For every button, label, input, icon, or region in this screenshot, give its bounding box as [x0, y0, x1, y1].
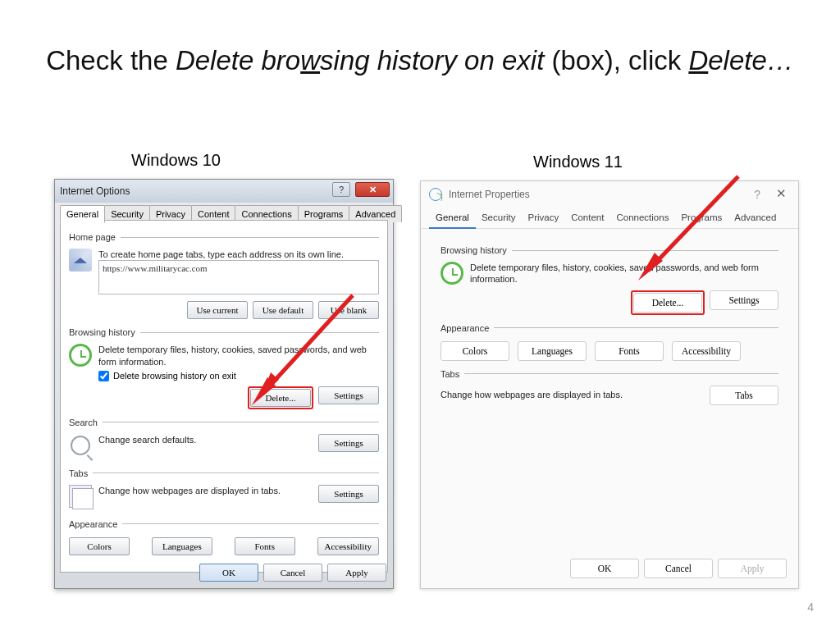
cancel-button[interactable]: Cancel [644, 559, 713, 578]
annotation-highlight-delete: Delete... [631, 290, 705, 315]
languages-button[interactable]: Languages [518, 341, 587, 361]
search-desc: Change search defaults. [98, 434, 312, 445]
help-button[interactable]: ? [332, 182, 350, 197]
tabs-settings-button[interactable]: Settings [318, 485, 379, 503]
fonts-button[interactable]: Fonts [595, 341, 664, 361]
history-icon [441, 262, 463, 285]
page-number: 4 [807, 600, 814, 614]
titlebar[interactable]: Internet Options ? ✕ [55, 180, 393, 203]
slide-title: Check the Delete browsing history on exi… [0, 0, 840, 80]
internet-options-window-win10: Internet Options ? ✕ General Security Pr… [54, 179, 394, 589]
search-icon [69, 434, 92, 457]
use-default-button[interactable]: Use default [253, 301, 313, 319]
tab-security[interactable]: Security [475, 208, 523, 228]
history-settings-button[interactable]: Settings [710, 290, 778, 310]
tabs-button[interactable]: Tabs [710, 386, 778, 405]
cancel-button[interactable]: Cancel [263, 564, 322, 582]
fonts-button[interactable]: Fonts [235, 537, 295, 555]
tab-advanced[interactable]: Advanced [728, 208, 783, 228]
group-tabs: Tabs [441, 369, 464, 379]
colors-button[interactable]: Colors [69, 537, 130, 555]
group-browsing-history: Browsing history [441, 245, 512, 255]
history-icon [69, 344, 92, 367]
homepage-desc: To create home page tabs, type each addr… [98, 249, 379, 260]
tabs-desc: Change how webpages are displayed in tab… [441, 389, 703, 400]
languages-button[interactable]: Languages [152, 537, 212, 555]
ok-button[interactable]: OK [199, 564, 258, 582]
group-appearance: Appearance [441, 323, 494, 333]
tab-content[interactable]: Content [564, 208, 610, 228]
delete-history-button[interactable]: Delete... [633, 293, 702, 313]
close-button[interactable]: ✕ [355, 182, 390, 197]
history-desc: Delete temporary files, history, cookies… [98, 344, 379, 368]
tabstrip: General Security Privacy Content Connect… [421, 208, 798, 229]
search-settings-button[interactable]: Settings [318, 434, 379, 452]
os-label-win10: Windows 10 [131, 151, 221, 170]
tab-panel-general: Browsing history Delete temporary files,… [432, 234, 787, 562]
help-button[interactable]: ? [754, 188, 760, 201]
tabs-desc: Change how webpages are displayed in tab… [98, 485, 312, 496]
group-homepage: Home page [69, 232, 121, 242]
group-appearance: Appearance [69, 519, 122, 529]
history-settings-button[interactable]: Settings [318, 386, 379, 404]
tab-privacy[interactable]: Privacy [521, 208, 565, 228]
tab-general[interactable]: General [429, 208, 476, 229]
os-label-win11: Windows 11 [533, 153, 623, 171]
apply-button[interactable]: Apply [327, 564, 386, 582]
globe-icon [429, 188, 442, 201]
tab-general[interactable]: General [60, 205, 105, 223]
window-title: Internet Properties [449, 189, 530, 200]
delete-on-exit-input[interactable] [98, 371, 109, 381]
close-button[interactable]: ✕ [776, 186, 787, 201]
use-blank-button[interactable]: Use blank [318, 301, 379, 319]
annotation-highlight-delete: Delete... [248, 386, 313, 409]
use-current-button[interactable]: Use current [187, 301, 248, 319]
tab-programs[interactable]: Programs [674, 208, 728, 228]
tab-connections[interactable]: Connections [609, 208, 675, 228]
colors-button[interactable]: Colors [441, 341, 509, 361]
delete-history-button[interactable]: Delete... [250, 389, 311, 407]
apply-button[interactable]: Apply [718, 559, 787, 578]
group-search: Search [69, 418, 103, 427]
accessibility-button[interactable]: Accessibility [317, 537, 379, 555]
group-tabs: Tabs [69, 468, 93, 478]
home-icon [69, 249, 92, 272]
tabs-icon [69, 485, 92, 508]
tab-panel-general: Home page To create home page tabs, type… [60, 220, 388, 573]
window-title: Internet Options [60, 185, 130, 197]
homepage-url-input[interactable] [98, 260, 379, 294]
group-browsing-history: Browsing history [69, 327, 140, 337]
accessibility-button[interactable]: Accessibility [672, 341, 741, 361]
internet-properties-window-win11: Internet Properties ? ✕ General Security… [420, 180, 799, 589]
ok-button[interactable]: OK [570, 559, 639, 578]
delete-on-exit-checkbox[interactable]: Delete browsing history on exit [98, 371, 379, 381]
titlebar[interactable]: Internet Properties ? ✕ [421, 181, 798, 208]
history-desc: Delete temporary files, history, cookies… [470, 262, 778, 285]
